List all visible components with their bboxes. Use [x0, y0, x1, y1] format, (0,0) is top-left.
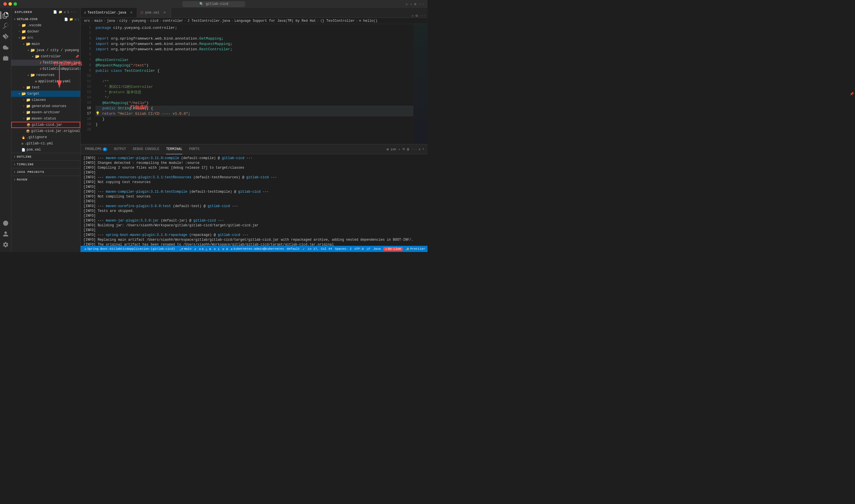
tree-item-gitignore[interactable]: › 🔥 .gitignore [11, 134, 80, 140]
split-terminal-icon[interactable]: ⧉ [403, 147, 405, 151]
maven-header[interactable]: › MAVEN [11, 177, 80, 183]
tree-item-jar[interactable]: › 📦 gitlab-cicd.jar [11, 122, 80, 128]
tab-testcontroller[interactable]: J TestController.java × [81, 8, 137, 18]
more-icon[interactable]: ··· [418, 2, 424, 6]
split-icon[interactable]: ⋯ [410, 2, 412, 6]
tree-item-gitlabapp[interactable]: › J GitlabCicdApplication.java [11, 66, 80, 72]
sidebar-header-icons[interactable]: 📄 📁 ↺ ⤵ ··· [53, 10, 77, 14]
tree-item-main[interactable]: ▾ 📂 main [11, 41, 80, 47]
close-button[interactable] [3, 2, 7, 6]
cursor-position[interactable]: Ln 17, Col 44 [308, 247, 332, 251]
terminal-content[interactable]: [INFO] --- maven-compiler-plugin:3.11.0:… [81, 154, 428, 246]
tab-close-pom[interactable]: × [162, 11, 167, 15]
project-root[interactable]: ▾ GITLAB-CICD 📄 📁 ↺ ⤵ [11, 16, 80, 22]
minimize-button[interactable] [8, 2, 12, 6]
timeline-header[interactable]: › TIMELINE [11, 161, 80, 167]
errors-status[interactable]: ⊘ 0 △ 0 [199, 247, 211, 251]
tab-problems[interactable]: PROBLEMS 1 [82, 144, 110, 154]
tab-debug-console[interactable]: DEBUG CONSOLE [129, 144, 163, 154]
run-icon[interactable]: ▷ [406, 2, 408, 6]
project-action-3[interactable]: ↺ [74, 18, 76, 21]
maximize-panel-icon[interactable]: ∧ [419, 147, 421, 151]
bc-java[interactable]: java [107, 19, 115, 23]
indent-status[interactable]: Spaces: 2 [335, 247, 351, 251]
tab-close-testcontroller[interactable]: × [129, 11, 134, 15]
new-folder-icon[interactable]: 📁 [58, 10, 63, 14]
tree-item-classes[interactable]: › 📁 classes [11, 97, 80, 103]
settings-activity-icon[interactable] [1, 239, 11, 250]
k8s-namespace[interactable]: default [287, 247, 300, 251]
tab-ports[interactable]: PORTS [186, 144, 203, 154]
bc-city[interactable]: city [119, 19, 127, 23]
project-actions[interactable]: 📄 📁 ↺ ⤵ [64, 18, 80, 21]
bc-controller[interactable]: controller [163, 19, 183, 23]
search-bar[interactable]: 🔍 gitlab-cicd [182, 1, 245, 7]
layout-icon[interactable]: ⊞ [415, 2, 417, 6]
bc-file[interactable]: J TestController.java [188, 19, 230, 23]
warnings-status[interactable]: ⊘ 1 [214, 247, 220, 251]
search-activity-icon[interactable] [1, 21, 11, 31]
bc-yueyang[interactable]: yueyang [132, 19, 146, 23]
branch-status[interactable]: ⎇ main [179, 247, 191, 251]
run-editor-icon[interactable]: ▷ [412, 14, 414, 18]
tree-item-testcontroller[interactable]: › J TestController.java [11, 60, 80, 66]
bc-lang[interactable]: Language Support for Java(TM) by Red Hat [234, 19, 316, 23]
tree-item-target[interactable]: ▾ 📂 target 📌 [11, 91, 80, 97]
bc-cicd[interactable]: cicd [150, 19, 158, 23]
sync-status[interactable]: ↺ [194, 247, 196, 251]
tree-item-docker[interactable]: › 📁 docker [11, 29, 80, 35]
project-action-4[interactable]: ⤵ [77, 18, 79, 21]
tree-item-maven-archiver[interactable]: › 📁 maven-archiver [11, 109, 80, 115]
tree-item-test[interactable]: › 📁 test [11, 85, 80, 91]
more-editor-icon[interactable]: ··· [420, 14, 425, 18]
kill-terminal-icon[interactable]: 🗑 [406, 147, 410, 151]
more-terminal-icon[interactable]: ··· [412, 147, 417, 151]
java-projects-header[interactable]: › JAVA PROJECTS [11, 169, 80, 175]
tree-item-controller[interactable]: ▾ 📂 controller 📌 [11, 53, 80, 60]
tree-item-src[interactable]: ▾ 📂 src [11, 35, 80, 41]
project-action-1[interactable]: 📄 [64, 18, 68, 21]
tree-item-resources[interactable]: ▾ 📂 resources [11, 72, 80, 78]
tree-item-jar-original[interactable]: › 📦 gitlab-cicd.jar.original [11, 128, 80, 134]
panel-toolbar[interactable]: ⊞ zsh ＋ ⧉ 🗑 ··· ∧ × [385, 147, 426, 151]
refresh-icon[interactable]: ↺ [64, 10, 66, 14]
collapse-icon[interactable]: ⤵ [67, 10, 69, 14]
check-status[interactable]: ✓ [302, 247, 304, 251]
project-action-2[interactable]: 📁 [69, 18, 73, 21]
code-content[interactable]: package city.yueyang.cicd.controller; im… [93, 24, 413, 144]
extensions-activity-icon[interactable] [1, 53, 11, 63]
editor-toolbar[interactable]: ▷ ⧉ ··· [410, 14, 428, 18]
maximize-button[interactable] [14, 2, 17, 6]
explorer-activity-icon[interactable] [1, 10, 11, 20]
eol-status[interactable]: LF [367, 247, 370, 251]
outline-header[interactable]: › OUTLINE [11, 154, 80, 160]
tree-item-vscode[interactable]: › 📁 .vscode [11, 22, 80, 29]
split-editor-icon[interactable]: ⧉ [416, 14, 418, 18]
bc-class[interactable]: ⟨} TestController [320, 19, 354, 23]
tree-item-pomxml[interactable]: › 📄 pom.xml [11, 147, 80, 153]
tab-terminal[interactable]: TERMINAL [162, 144, 186, 154]
debug-activity-icon[interactable] [1, 42, 11, 53]
account-activity-icon[interactable] [1, 229, 11, 239]
golive-status[interactable]: ⚡ Go Live [383, 247, 403, 251]
window-controls[interactable] [3, 2, 17, 6]
language-status[interactable]: Java [373, 247, 381, 251]
tree-item-java-path[interactable]: ▾ 📂 java / city / yueyang / cicd [11, 47, 80, 53]
tree-item-generated-sources[interactable]: › 📁 generated-sources [11, 103, 80, 109]
encoding-status[interactable]: UTF-8 [354, 247, 364, 251]
tree-item-applicationyaml[interactable]: › ⚙ application.yaml [11, 78, 80, 85]
info-status[interactable]: ⊘ 0 [222, 247, 228, 251]
tree-item-maven-status[interactable]: › 📁 maven-status [11, 115, 80, 122]
tab-pom[interactable]: ⬡ pom.xml × [137, 8, 171, 18]
prettier-status[interactable]: ✨ Prettier [405, 247, 425, 251]
kubernetes-status[interactable]: ⎈ kubernetes-admin@kubernetes [231, 247, 284, 251]
add-terminal-icon[interactable]: ＋ [398, 147, 401, 151]
remote-activity-icon[interactable] [1, 218, 11, 228]
more-icon[interactable]: ··· [70, 10, 77, 14]
remote-status[interactable]: ⇌ Spring Boot·GitlabCicdApplication·(git… [83, 247, 177, 251]
tab-output[interactable]: OUTPUT [110, 144, 129, 154]
close-panel-icon[interactable]: × [422, 147, 424, 151]
bc-method[interactable]: ⊙ hello() [359, 19, 378, 23]
tree-item-gitlabci[interactable]: › ⚙ .gitlab-ci.yml [11, 140, 80, 147]
git-activity-icon[interactable] [1, 32, 11, 42]
